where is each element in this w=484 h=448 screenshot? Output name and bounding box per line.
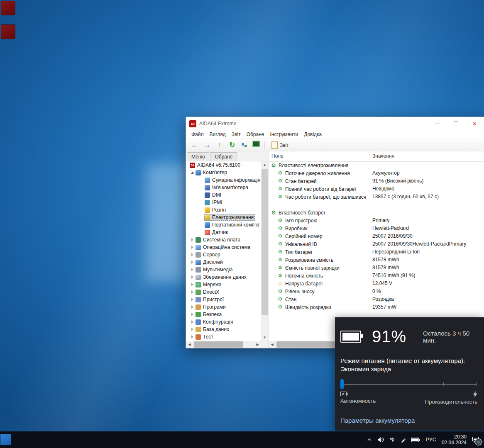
report-row[interactable]: Рівень зносу 0 % (269, 287, 484, 295)
menu-item[interactable]: Звіт (229, 131, 244, 137)
scrollbar-thumb[interactable] (262, 169, 268, 315)
tree-item[interactable]: Електроживлення (186, 214, 261, 221)
tree-chevron-icon[interactable] (189, 268, 195, 271)
panel-tab[interactable]: Меню (187, 152, 209, 161)
tree-item[interactable]: Пристрої (186, 296, 261, 303)
tree-chevron-icon[interactable] (189, 253, 195, 256)
tree-chevron-icon[interactable] (189, 305, 195, 309)
tree-chevron-icon[interactable] (189, 283, 195, 286)
tree-item[interactable]: Мультимедіа (186, 266, 261, 273)
tree-item[interactable]: Комп'ютер (186, 169, 261, 176)
tree-item[interactable]: База даних (186, 326, 261, 333)
tree-item[interactable]: DMI (186, 191, 261, 199)
menu-item[interactable]: Обране (244, 131, 267, 137)
toolbar-icon[interactable] (240, 141, 249, 150)
tree-item[interactable]: Операційна система (186, 243, 261, 251)
tree-chevron-icon[interactable] (189, 261, 195, 264)
tree-item[interactable]: DirectX (186, 288, 261, 296)
tree-item[interactable]: Дисплей (186, 258, 261, 266)
desktop-shortcut[interactable] (1, 24, 15, 39)
report-row[interactable]: Ємність повної зарядки 81578 mWh (269, 264, 484, 272)
tree-item[interactable]: Розгін (186, 206, 261, 214)
tree-chevron-icon[interactable] (189, 320, 195, 324)
tree-item[interactable]: Сервер (186, 251, 261, 258)
report-row[interactable]: Серійний номер 25007 2016/09/30 (269, 232, 484, 240)
maximize-button[interactable] (447, 117, 465, 130)
volume-icon[interactable] (377, 437, 384, 443)
tree-item[interactable]: Тест (186, 333, 261, 341)
report-row[interactable]: Стан батарей 91 % (Високий рівень) (269, 177, 484, 185)
tree-item[interactable]: AIDA64 v6.75.6100 (186, 161, 261, 169)
menu-item[interactable]: Файл (188, 131, 207, 137)
taskbar-clock[interactable]: 20:30 02.04.2024 (442, 434, 467, 446)
report-row[interactable]: Властивості батареї (269, 209, 484, 217)
toolbar-icon[interactable] (203, 141, 212, 150)
report-row[interactable]: Поточна ємність 74510 mWh (91 %) (269, 272, 484, 280)
report-row[interactable] (269, 201, 484, 209)
tree-item[interactable]: Конфігурація (186, 318, 261, 326)
tree-chevron-icon[interactable] (189, 238, 195, 241)
scrollbar-track[interactable] (261, 168, 268, 334)
scrollbar-track[interactable] (193, 341, 254, 348)
tree-item[interactable]: Ім'я комп'ютера (186, 184, 261, 191)
language-indicator[interactable]: РУС (425, 437, 436, 443)
menu-item[interactable]: Інструменти (267, 131, 301, 137)
tree-chevron-icon[interactable] (189, 328, 195, 331)
scroll-left-arrow-icon[interactable]: ◀ (269, 341, 276, 348)
titlebar[interactable]: 64 AIDA64 Extreme ✕ (186, 117, 484, 130)
tree-horizontal-scrollbar[interactable]: ◀ ▶ (186, 341, 261, 348)
panel-tab[interactable]: Обране (210, 152, 237, 161)
report-row[interactable]: Унікальний ID 25007 2016/09/30Hewlett-Pa… (269, 240, 484, 248)
tree-vertical-scrollbar[interactable]: ▲ ▼ (261, 161, 268, 341)
desktop-shortcut[interactable] (1, 1, 15, 15)
toolbar-icon[interactable] (227, 141, 237, 150)
pen-icon[interactable] (401, 437, 406, 443)
column-field[interactable]: Поле (271, 153, 284, 159)
report-row[interactable]: Стан Розрядка (269, 295, 484, 303)
report-row[interactable]: Ім'я пристрою Primary (269, 217, 484, 224)
tree-item[interactable]: Безпека (186, 311, 261, 318)
scroll-right-arrow-icon[interactable]: ▶ (254, 341, 261, 348)
report-row[interactable]: Напруга батареї 12.045 V (269, 280, 484, 287)
tree-chevron-icon[interactable] (189, 246, 195, 249)
scroll-up-arrow-icon[interactable]: ▲ (261, 161, 268, 168)
report-row[interactable]: Розрахована ємність 81578 mWh (269, 256, 484, 264)
usb-icon[interactable] (389, 437, 395, 443)
toolbar-icon[interactable] (252, 141, 260, 147)
tree-chevron-icon[interactable] (189, 275, 195, 279)
hidden-icons-chevron-icon[interactable] (367, 437, 372, 442)
menu-item[interactable]: Вигляд (207, 131, 229, 137)
toolbar-icon[interactable] (215, 141, 224, 150)
power-mode-slider[interactable] (340, 379, 477, 390)
action-center-icon[interactable]: 3 (472, 436, 479, 443)
report-row[interactable]: Виробник Hewlett-Packard (269, 224, 484, 232)
report-row[interactable]: Час роботи батареї, що залишився 13857 с… (269, 193, 484, 201)
scrollbar-thumb[interactable] (194, 341, 243, 348)
tree-item[interactable]: Програми (186, 303, 261, 311)
tree-chevron-icon[interactable] (189, 313, 195, 316)
column-value[interactable]: Значення (372, 153, 394, 159)
tree-item[interactable]: IPMI (186, 199, 261, 206)
report-row[interactable]: Тип батареї Перезарядний Li-Ion (269, 248, 484, 256)
battery-settings-link[interactable]: Параметры аккумулятора (340, 417, 415, 424)
report-button[interactable]: Звіт (269, 141, 291, 150)
slider-thumb[interactable] (340, 379, 344, 389)
report-row[interactable]: Швидкість розрядки 19357 mW (269, 303, 484, 311)
tree-item[interactable]: Збереження даних (186, 273, 261, 281)
close-button[interactable]: ✕ (465, 117, 484, 130)
tree-chevron-icon[interactable] (189, 171, 195, 174)
taskbar-app-icon[interactable] (0, 434, 11, 445)
battery-tray-icon[interactable] (411, 438, 420, 442)
report-row[interactable]: Повний час роботи від батареї Невідомо (269, 185, 484, 193)
tree-chevron-icon[interactable] (189, 298, 195, 301)
tree-item[interactable]: Сумарна інформація (186, 176, 261, 184)
minimize-button[interactable] (428, 117, 447, 130)
tree-item[interactable]: Датчик (186, 229, 261, 236)
report-row[interactable]: Властивості електроживлення (269, 161, 484, 169)
report-row[interactable]: Поточне джерело живлення Акумулятор (269, 169, 484, 177)
scroll-left-arrow-icon[interactable]: ◀ (186, 341, 193, 348)
tree-item[interactable]: Портативний комп'ютер (186, 221, 261, 229)
tree-chevron-icon[interactable] (189, 290, 195, 294)
tree-item[interactable]: Мережа (186, 281, 261, 288)
toolbar-icon[interactable] (190, 141, 199, 150)
